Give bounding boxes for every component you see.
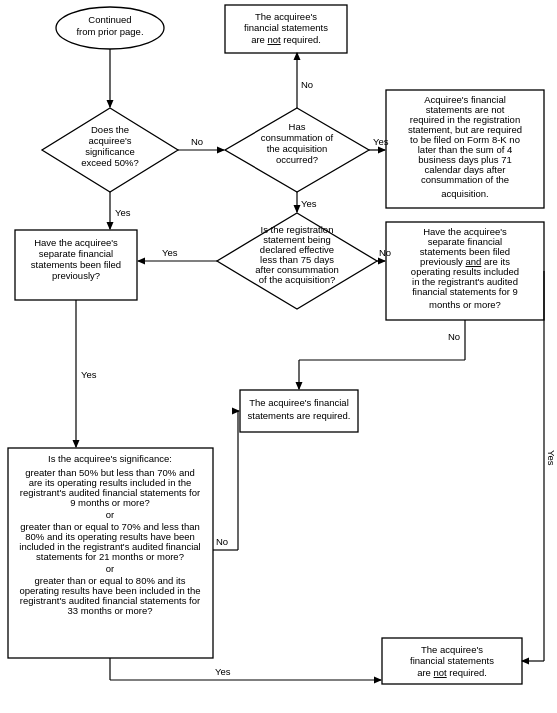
req-t1: The acquiree's financial xyxy=(249,397,349,408)
ex-t2: acquiree's xyxy=(88,135,131,146)
lbl-no2: No xyxy=(301,79,313,90)
lbl-no1: No xyxy=(191,136,203,147)
fp2-t7: financial statements for 9 xyxy=(412,286,518,297)
lbl-no3: No xyxy=(379,247,391,258)
nrb-t3: are not required. xyxy=(417,667,487,678)
lbl-yes-bottom: Yes xyxy=(215,666,231,677)
req-t2: statements are required. xyxy=(248,410,351,421)
lbl-yes1: Yes xyxy=(373,136,389,147)
lbl-no4: No xyxy=(448,331,460,342)
co-t2: consummation of xyxy=(261,132,334,143)
lbl-yes3: Yes xyxy=(162,247,178,258)
8k-t10: acquisition. xyxy=(441,188,489,199)
ex-t4: exceed 50%? xyxy=(81,157,139,168)
reg-t6: of the acquisition? xyxy=(259,274,336,285)
co-t3: the acquisition xyxy=(267,143,328,154)
fp-t2: separate financial xyxy=(39,248,113,259)
fp-t3: statements been filed xyxy=(31,259,121,270)
nrt2: financial statements xyxy=(244,22,328,33)
sig-t9: statements for 21 months or more? xyxy=(36,551,184,562)
ex-t1: Does the xyxy=(91,124,129,135)
nrt1: The acquiree's xyxy=(255,11,317,22)
ex-t3: significance xyxy=(85,146,135,157)
lbl-yes2: Yes xyxy=(301,198,317,209)
fp-t1: Have the acquiree's xyxy=(34,237,118,248)
sig-t4: 9 months or more? xyxy=(70,497,150,508)
co-t4: occurred? xyxy=(276,154,318,165)
lbl-yes5: Yes xyxy=(81,369,97,380)
sig-t5: or xyxy=(106,509,114,520)
lbl-yes4: Yes xyxy=(115,207,131,218)
fp2-t8: months or more? xyxy=(429,299,501,310)
co-t1: Has xyxy=(289,121,306,132)
nrt3: are not required. xyxy=(251,34,321,45)
lbl-yes-right: Yes xyxy=(546,450,557,466)
nrb-t1: The acquiree's xyxy=(421,644,483,655)
continued-t2: from prior page. xyxy=(76,26,143,37)
sig-t14: 33 months or more? xyxy=(67,605,152,616)
sig-t0: Is the acquiree's significance: xyxy=(48,453,172,464)
flowchart-final: Continued from prior page. The acquiree'… xyxy=(0,0,557,713)
fp-t4: previously? xyxy=(52,270,100,281)
continued-t1: Continued xyxy=(88,14,131,25)
8k-t9: consummation of the xyxy=(421,174,509,185)
lbl-no5: No xyxy=(216,536,228,547)
sig-t10: or xyxy=(106,563,114,574)
nrb-t2: financial statements xyxy=(410,655,494,666)
